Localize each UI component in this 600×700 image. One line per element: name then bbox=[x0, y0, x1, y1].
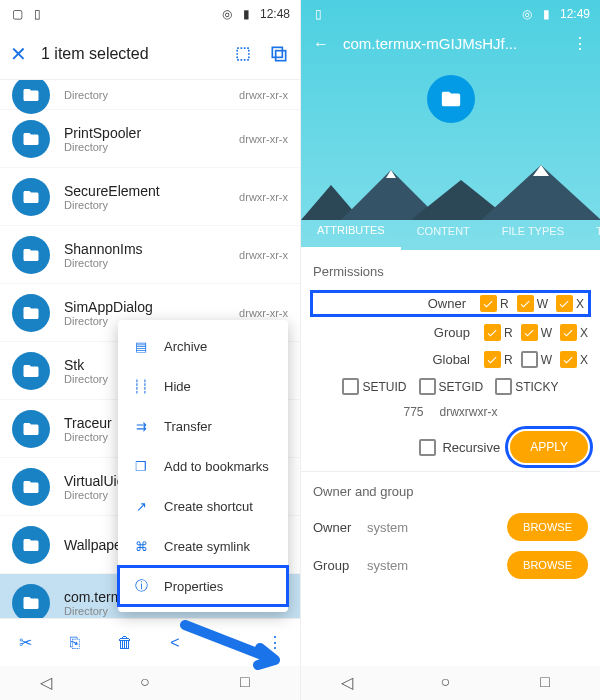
tab-content[interactable]: CONTENT bbox=[401, 212, 486, 250]
tab-attributes[interactable]: ATTRIBUTES bbox=[301, 212, 401, 250]
folder-icon bbox=[12, 584, 50, 622]
select-inverse-icon[interactable] bbox=[268, 43, 290, 65]
vibrate-icon: ◎ bbox=[520, 7, 534, 21]
copy-icon[interactable]: ⎘ bbox=[64, 632, 86, 654]
folder-icon bbox=[12, 526, 50, 564]
svg-rect-2 bbox=[276, 50, 286, 60]
nav-bar: ◁ ○ □ bbox=[0, 666, 300, 700]
nav-back-icon[interactable]: ◁ bbox=[40, 673, 60, 693]
checkbox-setuid[interactable] bbox=[342, 378, 359, 395]
menu-archive[interactable]: ▤Archive bbox=[118, 326, 288, 366]
menu-shortcut[interactable]: ↗Create shortcut bbox=[118, 486, 288, 526]
folder-icon bbox=[12, 120, 50, 158]
folder-icon bbox=[12, 178, 50, 216]
transfer-icon: ⇉ bbox=[132, 417, 150, 435]
perm-octal: 775 bbox=[403, 405, 423, 419]
status-time: 12:49 bbox=[560, 7, 590, 21]
perm-symbolic: drwxrwxr-x bbox=[440, 405, 498, 419]
checkbox-group-w[interactable] bbox=[521, 324, 538, 341]
archive-icon: ▤ bbox=[132, 337, 150, 355]
checkbox-global-w[interactable] bbox=[521, 351, 538, 368]
close-icon[interactable]: ✕ bbox=[10, 42, 27, 66]
hide-icon: ┊┊ bbox=[132, 377, 150, 395]
permissions-section: Permissions Owner R W X Group R W X Glob… bbox=[301, 250, 600, 471]
context-menu: ▤Archive ┊┊Hide ⇉Transfer ❐Add to bookma… bbox=[118, 320, 288, 612]
owner-group-section: Owner and group Owner system BROWSE Grou… bbox=[301, 471, 600, 601]
list-item[interactable]: PrintSpoolerDirectory drwxr-xr-x bbox=[0, 110, 300, 168]
status-bar: ▢ ▯ ◎ ▮ 12:48 bbox=[0, 0, 300, 28]
menu-hide[interactable]: ┊┊Hide bbox=[118, 366, 288, 406]
checkbox-group-r[interactable] bbox=[484, 324, 501, 341]
menu-symlink[interactable]: ⌘Create symlink bbox=[118, 526, 288, 566]
nav-home-icon[interactable]: ○ bbox=[440, 673, 460, 693]
menu-bookmarks[interactable]: ❐Add to bookmarks bbox=[118, 446, 288, 486]
checkbox-recursive[interactable] bbox=[419, 439, 436, 456]
perm-summary: 775 drwxrwxr-x bbox=[313, 405, 588, 419]
device-icon: ▯ bbox=[30, 7, 44, 21]
status-time: 12:48 bbox=[260, 7, 290, 21]
folder-icon bbox=[12, 468, 50, 506]
nav-bar: ◁ ○ □ bbox=[301, 666, 600, 700]
group-value: system bbox=[367, 558, 507, 573]
status-bar: ▯ ◎ ▮ 12:49 bbox=[301, 0, 600, 28]
folder-icon bbox=[12, 294, 50, 332]
tab-filetypes[interactable]: FILE TYPES bbox=[486, 212, 580, 250]
cut-icon[interactable]: ✂ bbox=[14, 632, 36, 654]
bookmark-icon: ❐ bbox=[132, 457, 150, 475]
menu-transfer[interactable]: ⇉Transfer bbox=[118, 406, 288, 446]
image-icon: ▢ bbox=[10, 7, 24, 21]
device-icon: ▯ bbox=[311, 7, 325, 21]
owner-group-heading: Owner and group bbox=[313, 484, 588, 499]
folder-icon bbox=[12, 410, 50, 448]
selection-header: ✕ 1 item selected bbox=[0, 28, 300, 80]
properties-screen: ▯ ◎ ▮ 12:49 ← com.termux-mGIJMsHJf... ⋮ … bbox=[300, 0, 600, 700]
list-item[interactable]: ShannonImsDirectory drwxr-xr-x bbox=[0, 226, 300, 284]
checkbox-owner-r[interactable] bbox=[480, 295, 497, 312]
svg-rect-0 bbox=[237, 48, 249, 60]
battery-icon: ▮ bbox=[240, 7, 254, 21]
more-icon[interactable]: ⋮ bbox=[572, 34, 588, 53]
browse-owner-button[interactable]: BROWSE bbox=[507, 513, 588, 541]
shortcut-icon: ↗ bbox=[132, 497, 150, 515]
perm-flags-row: SETUID SETGID STICKY bbox=[313, 378, 588, 395]
back-icon[interactable]: ← bbox=[313, 35, 329, 53]
tab-more[interactable]: T bbox=[580, 212, 600, 250]
svg-rect-1 bbox=[272, 47, 282, 57]
checkbox-setgid[interactable] bbox=[419, 378, 436, 395]
folder-icon bbox=[12, 80, 50, 114]
checkbox-global-r[interactable] bbox=[484, 351, 501, 368]
nav-recent-icon[interactable]: □ bbox=[240, 673, 260, 693]
nav-recent-icon[interactable]: □ bbox=[540, 673, 560, 693]
apply-button[interactable]: APPLY bbox=[510, 431, 588, 463]
permissions-heading: Permissions bbox=[313, 264, 588, 279]
vibrate-icon: ◎ bbox=[220, 7, 234, 21]
perm-row-global: Global R W X bbox=[313, 351, 588, 368]
select-all-icon[interactable] bbox=[232, 43, 254, 65]
menu-properties[interactable]: ⓘProperties bbox=[118, 566, 288, 606]
properties-header: ▯ ◎ ▮ 12:49 ← com.termux-mGIJMsHJf... ⋮ … bbox=[301, 0, 600, 250]
checkbox-sticky[interactable] bbox=[495, 378, 512, 395]
annotation-arrow-icon bbox=[180, 620, 290, 670]
page-title: com.termux-mGIJMsHJf... bbox=[343, 35, 558, 52]
folder-hero-icon bbox=[427, 75, 475, 123]
list-item[interactable]: SecureElementDirectory drwxr-xr-x bbox=[0, 168, 300, 226]
file-manager-screen: ▢ ▯ ◎ ▮ 12:48 ✕ 1 item selected Director… bbox=[0, 0, 300, 700]
perm-row-owner: Owner R W X bbox=[313, 293, 588, 314]
list-item[interactable]: Directory drwxr-xr-x bbox=[0, 80, 300, 110]
nav-home-icon[interactable]: ○ bbox=[140, 673, 160, 693]
symlink-icon: ⌘ bbox=[132, 537, 150, 555]
checkbox-global-x[interactable] bbox=[560, 351, 577, 368]
battery-icon: ▮ bbox=[540, 7, 554, 21]
nav-back-icon[interactable]: ◁ bbox=[341, 673, 361, 693]
delete-icon[interactable]: 🗑 bbox=[114, 632, 136, 654]
selection-title: 1 item selected bbox=[41, 45, 218, 63]
tabs: ATTRIBUTES CONTENT FILE TYPES T bbox=[301, 212, 600, 250]
checkbox-owner-w[interactable] bbox=[517, 295, 534, 312]
perm-row-group: Group R W X bbox=[313, 324, 588, 341]
info-icon: ⓘ bbox=[132, 577, 150, 595]
browse-group-button[interactable]: BROWSE bbox=[507, 551, 588, 579]
checkbox-owner-x[interactable] bbox=[556, 295, 573, 312]
folder-icon bbox=[12, 352, 50, 390]
mountains-decoration bbox=[301, 160, 600, 220]
checkbox-group-x[interactable] bbox=[560, 324, 577, 341]
